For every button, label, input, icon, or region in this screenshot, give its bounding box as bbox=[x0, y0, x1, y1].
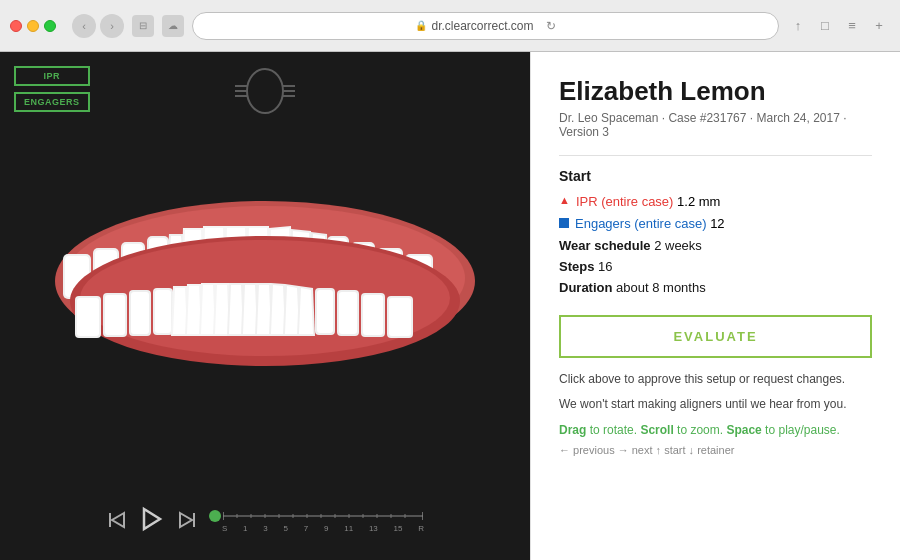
svg-rect-40 bbox=[363, 295, 383, 335]
evaluate-button[interactable]: EVALUATE bbox=[559, 315, 872, 358]
viewer-toolbar: IPR ENGAGERS bbox=[14, 66, 90, 112]
svg-marker-45 bbox=[144, 509, 160, 529]
traffic-lights bbox=[10, 20, 56, 32]
duration-label: Duration bbox=[559, 280, 612, 295]
svg-rect-28 bbox=[77, 298, 99, 336]
hint-drag: Drag bbox=[559, 423, 586, 437]
case-info: Dr. Leo Spaceman · Case #231767 · March … bbox=[559, 111, 872, 139]
forward-button[interactable]: › bbox=[100, 14, 124, 38]
info-panel: Elizabeth Lemon Dr. Leo Spaceman · Case … bbox=[530, 52, 900, 560]
minimize-button[interactable] bbox=[27, 20, 39, 32]
ipr-label-text: IPR (entire case) bbox=[576, 194, 674, 209]
engagers-count: 12 bbox=[710, 216, 724, 231]
wear-schedule-row: Wear schedule 2 weeks bbox=[559, 238, 872, 253]
step-label-7: 7 bbox=[304, 524, 308, 533]
address-bar[interactable]: 🔒 dr.clearcorrect.com ↻ bbox=[192, 12, 779, 40]
hint-line2: ← previous → next ↑ start ↓ retainer bbox=[559, 441, 872, 460]
steps-value: 16 bbox=[598, 259, 612, 274]
step-label-s: S bbox=[222, 524, 227, 533]
hint-to-play: to play/pause. bbox=[762, 423, 840, 437]
step-label-11: 11 bbox=[344, 524, 353, 533]
patient-name: Elizabeth Lemon bbox=[559, 76, 872, 107]
main-content: IPR ENGAGERS bbox=[0, 52, 900, 560]
steps-label: Steps bbox=[559, 259, 594, 274]
hint-to-zoom: to zoom. bbox=[674, 423, 727, 437]
ipr-value-text: 1.2 mm bbox=[677, 194, 720, 209]
active-step-indicator bbox=[209, 510, 221, 522]
step-label-1: 1 bbox=[243, 524, 247, 533]
ipr-item: ▲ IPR (entire case) 1.2 mm bbox=[559, 194, 872, 209]
url-text: dr.clearcorrect.com bbox=[431, 19, 533, 33]
engagers-label-text: Engagers (entire case) bbox=[575, 216, 707, 231]
close-button[interactable] bbox=[10, 20, 22, 32]
hints-area: Drag to rotate. Scroll to zoom. Space to… bbox=[559, 420, 872, 459]
svg-rect-36 bbox=[317, 290, 333, 333]
add-tab-button[interactable]: + bbox=[868, 15, 890, 37]
steps-row: Steps 16 bbox=[559, 259, 872, 274]
help-text-line1: Click above to approve this setup or req… bbox=[559, 370, 872, 389]
browser-actions: ↑ □ ≡ + bbox=[787, 15, 890, 37]
svg-rect-32 bbox=[131, 292, 149, 334]
step-forward-button[interactable] bbox=[176, 509, 198, 534]
viewer-panel: IPR ENGAGERS bbox=[0, 52, 530, 560]
step-label-5: 5 bbox=[284, 524, 288, 533]
maximize-button[interactable] bbox=[44, 20, 56, 32]
svg-rect-34 bbox=[155, 290, 171, 333]
engagers-item: Engagers (entire case) 12 bbox=[559, 216, 872, 231]
lock-icon: 🔒 bbox=[415, 20, 427, 31]
step-label-9: 9 bbox=[324, 524, 328, 533]
back-button[interactable]: ‹ bbox=[72, 14, 96, 38]
viewer-controls: S 1 3 5 7 9 11 13 15 R bbox=[0, 490, 530, 560]
duration-row: Duration about 8 months bbox=[559, 280, 872, 295]
step-label-3: 3 bbox=[263, 524, 267, 533]
engagers-icon bbox=[559, 218, 569, 228]
bookmark-button[interactable]: □ bbox=[814, 15, 836, 37]
wear-schedule-value-text: 2 weeks bbox=[654, 238, 702, 253]
svg-marker-43 bbox=[112, 513, 124, 527]
step-label-13: 13 bbox=[369, 524, 378, 533]
svg-rect-30 bbox=[105, 295, 125, 335]
duration-value: about 8 months bbox=[616, 280, 706, 295]
hint-space: Space bbox=[726, 423, 761, 437]
teeth-3d-viewport[interactable] bbox=[0, 52, 530, 490]
tab-overview-button[interactable]: ⊟ bbox=[132, 15, 154, 37]
help-text-line2: We won't start making aligners until we … bbox=[559, 395, 872, 414]
svg-rect-38 bbox=[339, 292, 357, 334]
step-label-15: 15 bbox=[394, 524, 403, 533]
step-label-r: R bbox=[418, 524, 424, 533]
svg-rect-42 bbox=[389, 298, 411, 336]
ipr-label: IPR (entire case) 1.2 mm bbox=[576, 194, 721, 209]
section-divider bbox=[559, 155, 872, 156]
browser-chrome: ‹ › ⊟ ☁ 🔒 dr.clearcorrect.com ↻ ↑ □ ≡ + bbox=[0, 0, 900, 52]
step-back-button[interactable] bbox=[106, 509, 128, 534]
cloud-button[interactable]: ☁ bbox=[162, 15, 184, 37]
engagers-button[interactable]: ENGAGERS bbox=[14, 92, 90, 112]
section-title: Start bbox=[559, 168, 872, 184]
play-button[interactable] bbox=[138, 505, 166, 537]
ipr-button[interactable]: IPR bbox=[14, 66, 90, 86]
more-button[interactable]: ≡ bbox=[841, 15, 863, 37]
hint-to-rotate: to rotate. bbox=[586, 423, 640, 437]
share-button[interactable]: ↑ bbox=[787, 15, 809, 37]
hint-line1: Drag to rotate. Scroll to zoom. Space to… bbox=[559, 420, 872, 440]
nav-buttons: ‹ › bbox=[72, 14, 124, 38]
hint-scroll: Scroll bbox=[640, 423, 673, 437]
wear-schedule-label: Wear schedule bbox=[559, 238, 651, 253]
playback-controls: S 1 3 5 7 9 11 13 15 R bbox=[106, 505, 424, 537]
refresh-icon[interactable]: ↻ bbox=[546, 19, 556, 33]
svg-marker-46 bbox=[180, 513, 192, 527]
ipr-icon: ▲ bbox=[559, 194, 570, 206]
engagers-label: Engagers (entire case) 12 bbox=[575, 216, 725, 231]
